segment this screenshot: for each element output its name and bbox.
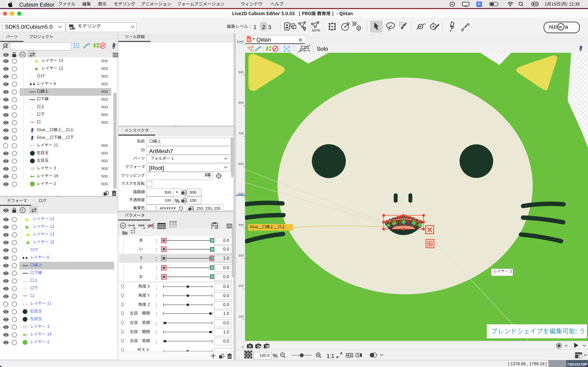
svg-text:m: m [559, 25, 562, 29]
svg-text:M: M [247, 38, 250, 42]
svg-text:AUTO: AUTO [312, 29, 320, 32]
